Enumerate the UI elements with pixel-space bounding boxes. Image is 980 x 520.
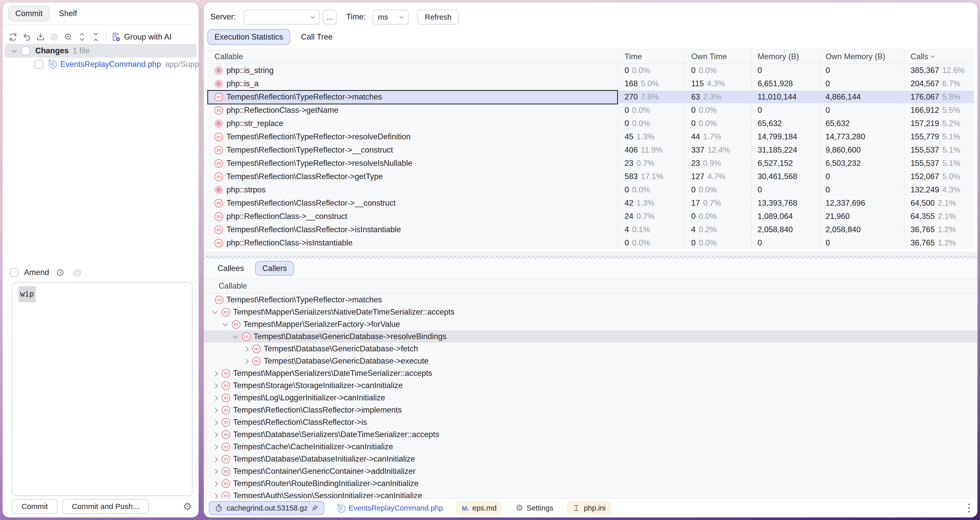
table-row[interactable]: mphp::ReflectionClass->__construct240.7%… [207, 210, 974, 223]
chevron-right-icon[interactable] [213, 433, 218, 438]
tree-toggle[interactable] [212, 384, 219, 387]
tree-row[interactable]: mTempest\Storage\StorageInitializer->can… [204, 379, 977, 392]
tree-toggle[interactable] [212, 408, 219, 412]
table-row[interactable]: mTempest\Reflection\TypeReflector->resol… [207, 157, 974, 170]
tab-callees[interactable]: Callees [210, 261, 251, 276]
tab-callers[interactable]: Callers [255, 261, 294, 276]
amend-checkbox[interactable] [10, 268, 18, 277]
callers-column-header[interactable]: Callable [204, 279, 977, 294]
tree-row[interactable]: mTempest\Database\DatabaseInitializer->c… [204, 453, 977, 465]
time-unit-select[interactable]: ms [372, 10, 409, 24]
tab-execution-statistics[interactable]: Execution Statistics [207, 29, 290, 45]
tree-row[interactable]: mTempest\Reflection\TypeReflector->match… [204, 294, 977, 306]
expand-all-icon[interactable] [75, 31, 89, 43]
table-row[interactable]: fxphp::str_replace00.0%00.0%65,63265,632… [207, 117, 974, 130]
tree-toggle[interactable] [212, 445, 219, 449]
chevron-right-icon[interactable] [243, 359, 249, 364]
more-options-kebab-icon[interactable] [968, 504, 970, 512]
panel-splitter-handle[interactable] [204, 251, 977, 258]
table-row[interactable]: fxphp::is_a1685.0%1154.3%6,651,9280204,5… [207, 77, 974, 90]
tree-row[interactable]: mTempest\Database\GenericDatabase->execu… [204, 355, 977, 367]
tree-toggle[interactable] [212, 457, 219, 461]
refresh-button[interactable]: Refresh [417, 10, 459, 24]
group-with-ai-button[interactable]: Group with AI [108, 31, 174, 43]
tree-toggle[interactable] [212, 420, 219, 424]
table-row[interactable]: mTempest\Reflection\TypeReflector->match… [207, 90, 974, 104]
chevron-right-icon[interactable] [213, 445, 218, 450]
mention-icon[interactable]: @ [72, 266, 83, 279]
chevron-right-icon[interactable] [213, 482, 218, 487]
column-header-time[interactable]: Time [618, 49, 684, 63]
tree-row[interactable]: mTempest\Log\LoggerInitializer->canIniti… [204, 392, 977, 404]
column-header-calls[interactable]: Calls [904, 49, 974, 63]
chevron-right-icon[interactable] [213, 469, 218, 474]
chevron-right-icon[interactable] [213, 384, 218, 388]
tree-row[interactable]: mTempest\Container\GenericContainer->add… [204, 465, 977, 477]
chevron-right-icon[interactable] [213, 371, 218, 376]
chevron-right-icon[interactable] [213, 408, 218, 413]
chevron-down-icon[interactable] [212, 309, 218, 314]
commit-and-push-button[interactable]: Commit and Push... [62, 499, 149, 514]
tree-toggle[interactable] [222, 322, 229, 326]
file-checkbox[interactable] [35, 60, 43, 69]
file-tab-eventsreplaycommand-php[interactable]: CEventsReplayCommand.php [332, 501, 449, 515]
tab-commit[interactable]: Commit [8, 6, 50, 21]
tree-row[interactable]: mTempest\Router\RouteBindingInitializer-… [204, 477, 977, 490]
tree-toggle[interactable] [242, 359, 249, 363]
table-row[interactable]: mTempest\Reflection\TypeReflector->__con… [207, 144, 974, 157]
tree-row[interactable]: mTempest\Reflection\ClassReflector->impl… [204, 404, 977, 416]
table-row[interactable]: fxphp::strpos00.0%00.0%00132,2494.3% [207, 184, 974, 197]
chevron-down-icon[interactable] [12, 48, 17, 52]
file-tab-settings[interactable]: ⚙Settings [510, 501, 559, 515]
tree-row[interactable]: mTempest\Database\GenericDatabase->resol… [204, 330, 977, 342]
tab-shelf[interactable]: Shelf [52, 6, 84, 21]
chevron-down-icon[interactable] [223, 321, 228, 326]
tree-toggle[interactable] [212, 433, 219, 436]
table-row[interactable]: mTempest\Reflection\ClassReflector->getT… [207, 170, 974, 184]
tree-row[interactable]: mTempest\Cache\CacheInitializer->canInit… [204, 441, 977, 453]
table-row[interactable]: mTempest\Reflection\ClassReflector->__co… [207, 197, 974, 210]
server-select[interactable] [243, 10, 320, 24]
tree-row[interactable]: mTempest\Mapper\SerializerFactory->forVa… [204, 318, 977, 330]
commit-options-gear-icon[interactable]: ⚙ [183, 501, 192, 512]
chevron-down-icon[interactable] [233, 333, 238, 338]
file-tab-eps-md[interactable]: M↓eps.md [456, 501, 502, 515]
tree-row[interactable]: mTempest\Mapper\Serializers\NativeDateTi… [204, 306, 977, 318]
tree-toggle[interactable] [242, 347, 249, 350]
column-header-otime[interactable]: Own Time [684, 49, 751, 63]
commit-message-input[interactable]: wip [12, 282, 192, 496]
chevron-right-icon[interactable] [213, 396, 218, 401]
table-row[interactable]: mphp::ReflectionClass->getName00.0%00.0%… [207, 104, 974, 117]
rollback-icon[interactable] [20, 31, 34, 43]
changed-file-row[interactable]: C EventsReplayCommand.php app/Support/St [3, 58, 199, 71]
table-row[interactable]: mphp::ReflectionClass->isInstantiable00.… [207, 236, 974, 250]
tree-row[interactable]: mTempest\Reflection\ClassReflector->is [204, 416, 977, 428]
view-options-icon[interactable] [61, 31, 75, 43]
column-header-omem[interactable]: Own Memory (B) [819, 49, 904, 63]
tab-call-tree[interactable]: Call Tree [294, 29, 340, 45]
tree-toggle[interactable] [212, 494, 219, 498]
server-browse-button[interactable]: ... [323, 10, 337, 24]
tree-row[interactable]: mTempest\Mapper\Serializers\DateTimeSeri… [204, 367, 977, 379]
history-icon[interactable] [55, 266, 66, 279]
column-header-mem[interactable]: Memory (B) [751, 49, 819, 63]
file-tab-cachegrind-out-53158-gz[interactable]: cachegrind.out.53158.gz [209, 501, 324, 515]
tree-toggle[interactable] [212, 371, 219, 375]
table-row[interactable]: mTempest\Reflection\TypeReflector->resol… [207, 130, 974, 144]
tree-toggle[interactable] [212, 396, 219, 400]
tree-row[interactable]: mTempest\Database\Serializers\DateTimeSe… [204, 428, 977, 441]
shelve-icon[interactable] [34, 31, 48, 43]
chevron-right-icon[interactable] [243, 347, 249, 352]
tree-row[interactable]: mTempest\Database\GenericDatabase->fetch [204, 342, 977, 355]
tree-toggle[interactable] [212, 310, 219, 314]
tree-toggle[interactable] [212, 482, 219, 485]
refresh-icon[interactable] [6, 31, 20, 43]
chevron-right-icon[interactable] [213, 420, 218, 425]
table-row[interactable]: mTempest\Reflection\ClassReflector->isIn… [207, 223, 974, 236]
file-tab-php-ini[interactable]: php.ini [566, 501, 611, 515]
changed-file-name[interactable]: EventsReplayCommand.php [60, 60, 161, 69]
chevron-right-icon[interactable] [213, 457, 218, 462]
commit-button[interactable]: Commit [12, 499, 57, 514]
changes-group-row[interactable]: Changes 1 file [5, 44, 197, 58]
collapse-all-icon[interactable] [89, 31, 103, 43]
